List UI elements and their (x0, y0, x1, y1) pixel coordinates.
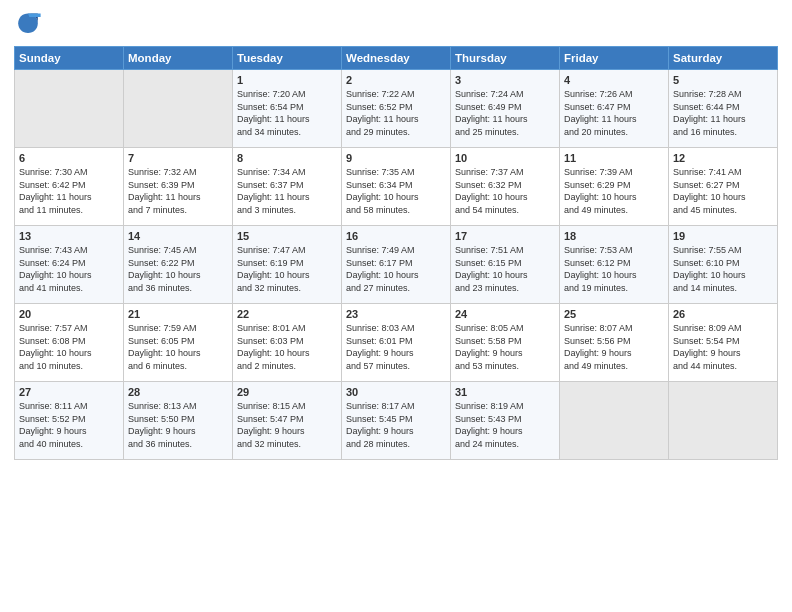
day-number: 26 (673, 308, 773, 320)
header-cell-sunday: Sunday (15, 47, 124, 70)
header (14, 10, 778, 38)
day-info: Sunrise: 7:37 AM Sunset: 6:32 PM Dayligh… (455, 166, 555, 216)
calendar-cell: 28Sunrise: 8:13 AM Sunset: 5:50 PM Dayli… (124, 382, 233, 460)
calendar-cell: 18Sunrise: 7:53 AM Sunset: 6:12 PM Dayli… (560, 226, 669, 304)
day-number: 30 (346, 386, 446, 398)
calendar-cell (124, 70, 233, 148)
calendar-cell: 23Sunrise: 8:03 AM Sunset: 6:01 PM Dayli… (342, 304, 451, 382)
day-info: Sunrise: 7:55 AM Sunset: 6:10 PM Dayligh… (673, 244, 773, 294)
calendar-cell: 2Sunrise: 7:22 AM Sunset: 6:52 PM Daylig… (342, 70, 451, 148)
day-info: Sunrise: 7:32 AM Sunset: 6:39 PM Dayligh… (128, 166, 228, 216)
calendar-cell (669, 382, 778, 460)
day-number: 9 (346, 152, 446, 164)
calendar-cell: 9Sunrise: 7:35 AM Sunset: 6:34 PM Daylig… (342, 148, 451, 226)
day-number: 13 (19, 230, 119, 242)
day-info: Sunrise: 8:11 AM Sunset: 5:52 PM Dayligh… (19, 400, 119, 450)
calendar-cell: 4Sunrise: 7:26 AM Sunset: 6:47 PM Daylig… (560, 70, 669, 148)
day-info: Sunrise: 8:15 AM Sunset: 5:47 PM Dayligh… (237, 400, 337, 450)
day-number: 16 (346, 230, 446, 242)
page: SundayMondayTuesdayWednesdayThursdayFrid… (0, 0, 792, 612)
day-info: Sunrise: 7:20 AM Sunset: 6:54 PM Dayligh… (237, 88, 337, 138)
week-row-5: 27Sunrise: 8:11 AM Sunset: 5:52 PM Dayli… (15, 382, 778, 460)
day-number: 10 (455, 152, 555, 164)
calendar-header: SundayMondayTuesdayWednesdayThursdayFrid… (15, 47, 778, 70)
day-number: 8 (237, 152, 337, 164)
day-number: 18 (564, 230, 664, 242)
header-cell-tuesday: Tuesday (233, 47, 342, 70)
calendar-cell: 22Sunrise: 8:01 AM Sunset: 6:03 PM Dayli… (233, 304, 342, 382)
day-number: 27 (19, 386, 119, 398)
day-number: 17 (455, 230, 555, 242)
header-cell-wednesday: Wednesday (342, 47, 451, 70)
header-row: SundayMondayTuesdayWednesdayThursdayFrid… (15, 47, 778, 70)
day-number: 3 (455, 74, 555, 86)
week-row-1: 1Sunrise: 7:20 AM Sunset: 6:54 PM Daylig… (15, 70, 778, 148)
day-number: 23 (346, 308, 446, 320)
week-row-3: 13Sunrise: 7:43 AM Sunset: 6:24 PM Dayli… (15, 226, 778, 304)
day-info: Sunrise: 7:24 AM Sunset: 6:49 PM Dayligh… (455, 88, 555, 138)
day-info: Sunrise: 7:47 AM Sunset: 6:19 PM Dayligh… (237, 244, 337, 294)
day-info: Sunrise: 7:35 AM Sunset: 6:34 PM Dayligh… (346, 166, 446, 216)
calendar-cell (15, 70, 124, 148)
calendar-cell: 15Sunrise: 7:47 AM Sunset: 6:19 PM Dayli… (233, 226, 342, 304)
day-info: Sunrise: 8:03 AM Sunset: 6:01 PM Dayligh… (346, 322, 446, 372)
day-info: Sunrise: 7:45 AM Sunset: 6:22 PM Dayligh… (128, 244, 228, 294)
calendar-table: SundayMondayTuesdayWednesdayThursdayFrid… (14, 46, 778, 460)
day-number: 5 (673, 74, 773, 86)
calendar-cell: 5Sunrise: 7:28 AM Sunset: 6:44 PM Daylig… (669, 70, 778, 148)
day-info: Sunrise: 7:30 AM Sunset: 6:42 PM Dayligh… (19, 166, 119, 216)
week-row-2: 6Sunrise: 7:30 AM Sunset: 6:42 PM Daylig… (15, 148, 778, 226)
calendar-cell: 19Sunrise: 7:55 AM Sunset: 6:10 PM Dayli… (669, 226, 778, 304)
day-info: Sunrise: 8:05 AM Sunset: 5:58 PM Dayligh… (455, 322, 555, 372)
day-number: 22 (237, 308, 337, 320)
day-number: 2 (346, 74, 446, 86)
day-info: Sunrise: 7:34 AM Sunset: 6:37 PM Dayligh… (237, 166, 337, 216)
day-number: 20 (19, 308, 119, 320)
calendar-body: 1Sunrise: 7:20 AM Sunset: 6:54 PM Daylig… (15, 70, 778, 460)
day-info: Sunrise: 7:26 AM Sunset: 6:47 PM Dayligh… (564, 88, 664, 138)
day-number: 4 (564, 74, 664, 86)
calendar-cell: 7Sunrise: 7:32 AM Sunset: 6:39 PM Daylig… (124, 148, 233, 226)
day-info: Sunrise: 8:13 AM Sunset: 5:50 PM Dayligh… (128, 400, 228, 450)
calendar-cell: 26Sunrise: 8:09 AM Sunset: 5:54 PM Dayli… (669, 304, 778, 382)
calendar-cell: 11Sunrise: 7:39 AM Sunset: 6:29 PM Dayli… (560, 148, 669, 226)
calendar-cell: 29Sunrise: 8:15 AM Sunset: 5:47 PM Dayli… (233, 382, 342, 460)
calendar-cell (560, 382, 669, 460)
day-info: Sunrise: 7:28 AM Sunset: 6:44 PM Dayligh… (673, 88, 773, 138)
calendar-cell: 24Sunrise: 8:05 AM Sunset: 5:58 PM Dayli… (451, 304, 560, 382)
logo-icon (14, 10, 42, 38)
calendar-cell: 8Sunrise: 7:34 AM Sunset: 6:37 PM Daylig… (233, 148, 342, 226)
day-number: 11 (564, 152, 664, 164)
day-info: Sunrise: 8:17 AM Sunset: 5:45 PM Dayligh… (346, 400, 446, 450)
day-info: Sunrise: 7:51 AM Sunset: 6:15 PM Dayligh… (455, 244, 555, 294)
day-info: Sunrise: 8:19 AM Sunset: 5:43 PM Dayligh… (455, 400, 555, 450)
day-number: 31 (455, 386, 555, 398)
day-number: 29 (237, 386, 337, 398)
day-info: Sunrise: 8:09 AM Sunset: 5:54 PM Dayligh… (673, 322, 773, 372)
day-number: 12 (673, 152, 773, 164)
day-info: Sunrise: 7:53 AM Sunset: 6:12 PM Dayligh… (564, 244, 664, 294)
day-info: Sunrise: 8:01 AM Sunset: 6:03 PM Dayligh… (237, 322, 337, 372)
header-cell-monday: Monday (124, 47, 233, 70)
header-cell-friday: Friday (560, 47, 669, 70)
calendar-cell: 30Sunrise: 8:17 AM Sunset: 5:45 PM Dayli… (342, 382, 451, 460)
day-number: 14 (128, 230, 228, 242)
day-info: Sunrise: 7:22 AM Sunset: 6:52 PM Dayligh… (346, 88, 446, 138)
calendar-cell: 20Sunrise: 7:57 AM Sunset: 6:08 PM Dayli… (15, 304, 124, 382)
calendar-cell: 27Sunrise: 8:11 AM Sunset: 5:52 PM Dayli… (15, 382, 124, 460)
day-number: 7 (128, 152, 228, 164)
calendar-cell: 3Sunrise: 7:24 AM Sunset: 6:49 PM Daylig… (451, 70, 560, 148)
calendar-cell: 14Sunrise: 7:45 AM Sunset: 6:22 PM Dayli… (124, 226, 233, 304)
calendar-cell: 1Sunrise: 7:20 AM Sunset: 6:54 PM Daylig… (233, 70, 342, 148)
day-info: Sunrise: 7:57 AM Sunset: 6:08 PM Dayligh… (19, 322, 119, 372)
day-number: 15 (237, 230, 337, 242)
header-cell-thursday: Thursday (451, 47, 560, 70)
calendar-cell: 12Sunrise: 7:41 AM Sunset: 6:27 PM Dayli… (669, 148, 778, 226)
calendar-cell: 6Sunrise: 7:30 AM Sunset: 6:42 PM Daylig… (15, 148, 124, 226)
day-info: Sunrise: 8:07 AM Sunset: 5:56 PM Dayligh… (564, 322, 664, 372)
day-info: Sunrise: 7:43 AM Sunset: 6:24 PM Dayligh… (19, 244, 119, 294)
calendar-cell: 10Sunrise: 7:37 AM Sunset: 6:32 PM Dayli… (451, 148, 560, 226)
calendar-cell: 31Sunrise: 8:19 AM Sunset: 5:43 PM Dayli… (451, 382, 560, 460)
calendar-cell: 25Sunrise: 8:07 AM Sunset: 5:56 PM Dayli… (560, 304, 669, 382)
day-number: 28 (128, 386, 228, 398)
